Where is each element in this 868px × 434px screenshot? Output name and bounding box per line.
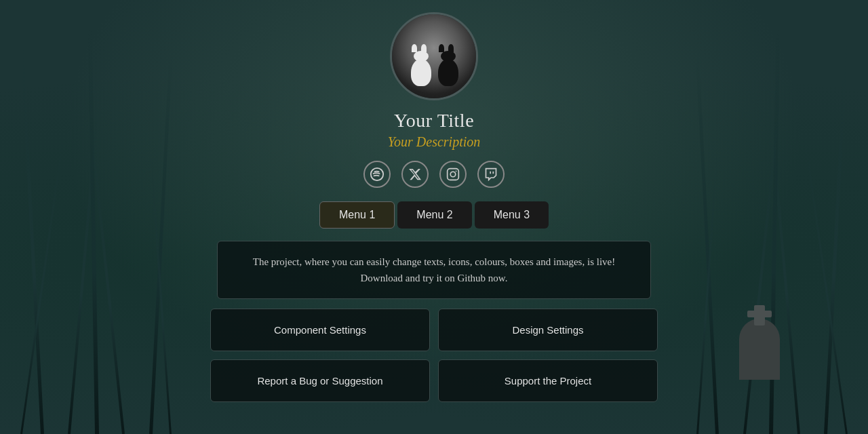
menu-item-1[interactable]: Menu 1	[319, 201, 395, 229]
action-buttons-grid: Component Settings Design Settings	[210, 309, 658, 351]
svg-point-2	[450, 172, 456, 177]
instagram-icon[interactable]	[439, 161, 467, 188]
spotify-icon[interactable]	[363, 161, 391, 188]
design-settings-button[interactable]: Design Settings	[438, 309, 658, 351]
cat-black-silhouette	[438, 59, 458, 86]
main-content: Your Title Your Description	[0, 0, 868, 402]
social-icons-bar	[363, 161, 505, 188]
report-bug-button[interactable]: Report a Bug or Suggestion	[210, 359, 430, 402]
profile-description: Your Description	[388, 134, 481, 150]
info-box-text: The project, where you can easily change…	[253, 256, 615, 283]
component-settings-button[interactable]: Component Settings	[210, 309, 430, 351]
cat-white-silhouette	[411, 59, 431, 86]
info-box: The project, where you can easily change…	[217, 241, 651, 299]
menu-bar: Menu 1 Menu 2 Menu 3	[319, 201, 549, 229]
profile-title: Your Title	[394, 110, 474, 132]
x-twitter-icon[interactable]	[401, 161, 429, 188]
avatar-image	[392, 14, 476, 98]
bottom-buttons-row: Report a Bug or Suggestion Support the P…	[210, 359, 658, 402]
menu-item-3[interactable]: Menu 3	[475, 201, 549, 229]
svg-point-0	[371, 168, 383, 180]
menu-item-2[interactable]: Menu 2	[397, 201, 471, 229]
avatar	[390, 12, 478, 100]
svg-point-3	[456, 171, 457, 172]
twitch-icon[interactable]	[477, 161, 505, 188]
svg-rect-1	[448, 169, 459, 180]
support-project-button[interactable]: Support the Project	[438, 359, 658, 402]
